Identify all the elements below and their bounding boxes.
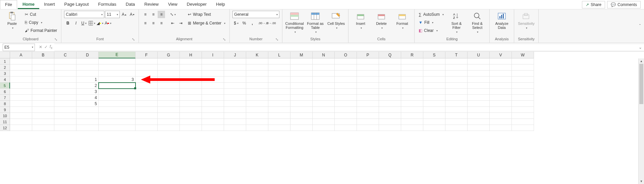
column-header-P[interactable]: P <box>357 52 379 58</box>
cell-A2[interactable] <box>10 64 32 71</box>
underline-button[interactable]: U▾ <box>80 19 88 27</box>
cancel-formula-button[interactable]: ✕ <box>39 45 42 49</box>
cell-C11[interactable] <box>54 119 76 125</box>
expand-formula-bar-button[interactable]: ⌄ <box>639 45 642 50</box>
cell-W8[interactable] <box>512 101 534 107</box>
cell-B7[interactable] <box>32 95 54 101</box>
cell-C2[interactable] <box>54 64 76 71</box>
find-select-button[interactable]: Find & Select▾ <box>468 11 487 34</box>
paste-button[interactable]: Paste▾ <box>3 11 21 30</box>
cell-D7[interactable]: 4 <box>76 95 99 101</box>
clipboard-dialog-launcher[interactable]: ⤡ <box>54 37 59 42</box>
cell-N4[interactable] <box>313 77 335 83</box>
column-header-S[interactable]: S <box>423 52 445 58</box>
cell-A7[interactable] <box>10 95 32 101</box>
cell-F4[interactable] <box>136 77 158 83</box>
cell-V9[interactable] <box>490 107 512 113</box>
column-header-L[interactable]: L <box>268 52 290 58</box>
cell-P3[interactable] <box>357 71 379 77</box>
cell-M3[interactable] <box>290 71 313 77</box>
decrease-indent-button[interactable]: ⇤ <box>169 19 176 27</box>
column-header-T[interactable]: T <box>445 52 468 58</box>
cell-F11[interactable] <box>136 119 158 125</box>
cell-U10[interactable] <box>468 113 490 119</box>
cell-N9[interactable] <box>313 107 335 113</box>
column-header-I[interactable]: I <box>202 52 224 58</box>
font-dialog-launcher[interactable]: ⤡ <box>132 37 137 42</box>
scroll-thumb[interactable] <box>639 64 643 104</box>
analyze-data-button[interactable]: Analyze Data <box>492 11 511 30</box>
cell-H6[interactable] <box>180 89 202 95</box>
cell-J10[interactable] <box>224 113 246 119</box>
cell-M12[interactable] <box>290 125 313 131</box>
tab-developer[interactable]: Developer <box>182 0 211 9</box>
cut-button[interactable]: ✂Cut <box>23 11 58 18</box>
cell-M5[interactable] <box>290 83 313 89</box>
cell-O6[interactable] <box>335 89 357 95</box>
tab-insert[interactable]: Insert <box>39 0 60 9</box>
decrease-decimal-button[interactable]: .0→.00 <box>267 19 275 27</box>
percent-format-button[interactable]: % <box>240 19 248 27</box>
cell-W1[interactable] <box>512 58 534 64</box>
conditional-formatting-button[interactable]: Conditional Formatting▾ <box>285 11 304 34</box>
wrap-text-button[interactable]: ↩Wrap Text <box>186 11 227 18</box>
cell-I10[interactable] <box>202 113 224 119</box>
cell-C10[interactable] <box>54 113 76 119</box>
cell-V10[interactable] <box>490 113 512 119</box>
cell-B6[interactable] <box>32 89 54 95</box>
cell-P8[interactable] <box>357 101 379 107</box>
cell-D9[interactable] <box>76 107 99 113</box>
tab-view[interactable]: View <box>163 0 182 9</box>
column-header-B[interactable]: B <box>32 52 54 58</box>
cell-K1[interactable] <box>246 58 268 64</box>
cell-G4[interactable] <box>158 77 180 83</box>
cell-T8[interactable] <box>445 101 468 107</box>
cell-H3[interactable] <box>180 71 202 77</box>
cell-T12[interactable] <box>445 125 468 131</box>
tab-help[interactable]: Help <box>211 0 230 9</box>
cell-L6[interactable] <box>268 89 290 95</box>
cell-M1[interactable] <box>290 58 313 64</box>
cell-H11[interactable] <box>180 119 202 125</box>
cell-W5[interactable] <box>512 83 534 89</box>
increase-decimal-button[interactable]: .00→.0 <box>259 19 267 27</box>
cell-K8[interactable] <box>246 101 268 107</box>
cell-T2[interactable] <box>445 64 468 71</box>
cell-U6[interactable] <box>468 89 490 95</box>
sensitivity-button[interactable]: Sensitivity▾ <box>517 11 536 30</box>
cell-D8[interactable]: 5 <box>76 101 99 107</box>
delete-cells-button[interactable]: Delete▾ <box>372 11 391 30</box>
cell-B2[interactable] <box>32 64 54 71</box>
row-header-5[interactable]: 5 <box>0 83 10 89</box>
cell-F2[interactable] <box>136 64 158 71</box>
cell-B9[interactable] <box>32 107 54 113</box>
cell-B4[interactable] <box>32 77 54 83</box>
cell-K12[interactable] <box>246 125 268 131</box>
cell-G10[interactable] <box>158 113 180 119</box>
align-top-button[interactable]: ≡ <box>142 11 149 18</box>
cell-Q9[interactable] <box>379 107 401 113</box>
cell-D12[interactable] <box>76 125 99 131</box>
cell-I2[interactable] <box>202 64 224 71</box>
cell-N7[interactable] <box>313 95 335 101</box>
cell-H12[interactable] <box>180 125 202 131</box>
cell-Q4[interactable] <box>379 77 401 83</box>
cell-B11[interactable] <box>32 119 54 125</box>
borders-button[interactable]: ▾ <box>88 19 96 27</box>
cell-A12[interactable] <box>10 125 32 131</box>
cell-V7[interactable] <box>490 95 512 101</box>
cell-U7[interactable] <box>468 95 490 101</box>
cell-I4[interactable] <box>202 77 224 83</box>
cell-P12[interactable] <box>357 125 379 131</box>
cell-R12[interactable] <box>401 125 423 131</box>
cell-V1[interactable] <box>490 58 512 64</box>
cell-T3[interactable] <box>445 71 468 77</box>
cell-M11[interactable] <box>290 119 313 125</box>
cell-J8[interactable] <box>224 101 246 107</box>
cell-T1[interactable] <box>445 58 468 64</box>
cell-O5[interactable] <box>335 83 357 89</box>
cell-F9[interactable] <box>136 107 158 113</box>
column-header-K[interactable]: K <box>246 52 268 58</box>
cell-C4[interactable] <box>54 77 76 83</box>
cell-A9[interactable] <box>10 107 32 113</box>
